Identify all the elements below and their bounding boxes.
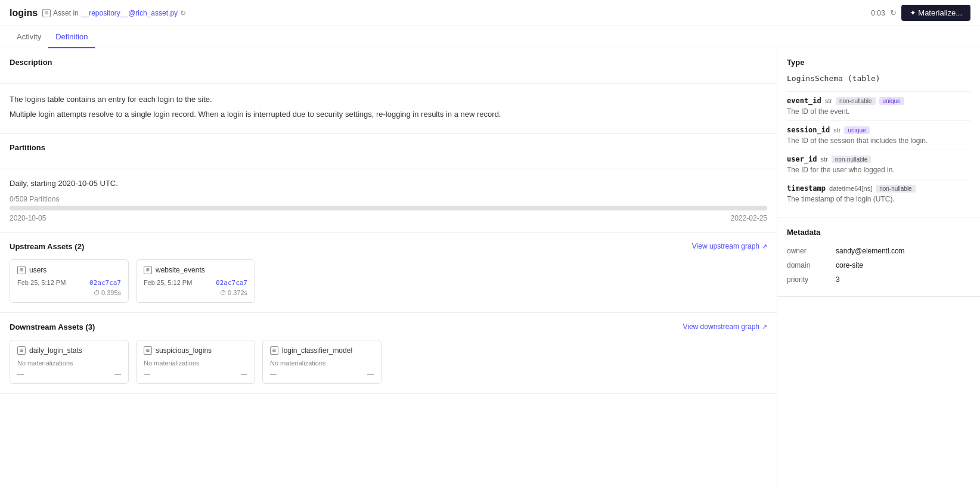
metadata-row-2: priority 3 [787,272,970,287]
field-header-3: timestamp datetime64[ns] non-nullable [787,184,970,193]
upstream-asset-time-0: ⏱ 0.395s [94,289,121,296]
app-header: logins ⊞ Asset in __repository__@rich_as… [0,0,980,26]
page-title: logins [10,8,38,18]
partitions-section: Partitions [0,134,777,169]
field-desc-3: The timestamp of the login (UTC). [787,195,970,203]
view-upstream-graph-link[interactable]: View upstream graph ↗ [692,242,767,250]
downstream-dashes-2: — — [270,370,374,377]
field-row-1: session_id str unique The ID of the sess… [787,120,970,150]
refresh-btn-icon[interactable]: ↻ [890,8,897,17]
upstream-title: Upstream Assets (2) [10,242,84,251]
field-desc-1: The ID of the session that includes the … [787,137,970,145]
upstream-asset-time-row-1: ⏱ 0.372s [144,289,247,296]
upstream-asset-cards: ⊞ users Feb 25, 5:12 PM 02ac7ca7 ⏱ 0.395… [10,259,767,303]
refresh-icon[interactable]: ↻ [180,9,186,17]
clock-icon-0: ⏱ [94,289,100,296]
progress-bar-wrap [10,206,767,210]
downstream-title: Downstream Assets (3) [10,323,95,331]
field-badge-2-0: non-nullable [832,156,872,163]
upstream-asset-date-1: Feb 25, 5:12 PM [144,279,192,286]
asset-label: Asset in [53,9,79,17]
metadata-rows: owner sandy@elementl.com domain core-sit… [787,244,970,287]
field-row-0: event_id str non-nullable unique The ID … [787,91,970,120]
metadata-title: Metadata [787,228,970,237]
type-schema-name: LoginsSchema (table) [787,74,970,83]
metadata-val-1: core-site [836,261,863,269]
tab-bar: Activity Definition [0,26,980,48]
type-title: Type [787,58,970,67]
field-desc-2: The ID for the user who logged in. [787,166,970,174]
header-left: logins ⊞ Asset in __repository__@rich_as… [10,8,186,18]
table-icon-1: ⊞ [144,266,152,274]
upstream-asset-hash-0: 02ac7ca7 [89,279,121,287]
materialize-button[interactable]: ✦ Materialize... [901,5,970,21]
fields-list: event_id str non-nullable unique The ID … [787,91,970,208]
metadata-section: Metadata owner sandy@elementl.com domain… [777,218,980,297]
downstream-no-mat-1: No materializations [144,359,247,367]
field-name-3: timestamp [787,184,826,193]
field-badge-1-0: unique [844,126,869,134]
field-badge-3-0: non-nullable [876,185,916,193]
right-panel: Type LoginsSchema (table) event_id str n… [777,48,980,491]
field-type-2: str [821,156,828,163]
field-type-1: str [833,126,841,134]
upstream-asset-hash-1: 02ac7ca7 [216,279,247,287]
view-downstream-graph-link[interactable]: View downstream graph ↗ [683,323,767,331]
downstream-dashes-0: — — [17,370,121,377]
upstream-asset-date-0: Feb 25, 5:12 PM [17,279,66,286]
upstream-asset-card-1[interactable]: ⊞ website_events Feb 25, 5:12 PM 02ac7ca… [136,259,255,303]
field-type-3: datetime64[ns] [829,185,872,192]
upstream-asset-name-1: ⊞ website_events [144,266,247,274]
partition-schedule: Daily, starting 2020-10-05 UTC. [10,179,767,188]
metadata-row-1: domain core-site [787,258,970,272]
external-link-icon-2: ↗ [762,323,767,331]
partitions-content: Daily, starting 2020-10-05 UTC. 0/509 Pa… [0,169,777,232]
description-content: The logins table contains an entry for e… [0,84,777,134]
asset-file-link[interactable]: __repository__@rich_asset.py [81,9,178,17]
downstream-dashes-1: — — [144,370,247,377]
upstream-section: Upstream Assets (2) View upstream graph … [0,232,777,313]
metadata-val-2: 3 [836,275,840,284]
partition-count: 0/509 Partitions [10,195,767,203]
table-icon-d1: ⊞ [144,346,152,355]
downstream-no-mat-2: No materializations [270,359,374,367]
upstream-asset-time-row-0: ⏱ 0.395s [17,289,121,296]
upstream-asset-row-1: Feb 25, 5:12 PM 02ac7ca7 [144,279,247,287]
left-panel: Description The logins table contains an… [0,48,777,491]
upstream-asset-card-0[interactable]: ⊞ users Feb 25, 5:12 PM 02ac7ca7 ⏱ 0.395… [10,259,129,303]
external-link-icon: ↗ [762,243,767,250]
upstream-asset-time-1: ⏱ 0.372s [220,289,247,296]
downstream-asset-name-0: ⊞ daily_login_stats [17,346,121,355]
field-name-1: session_id [787,126,830,134]
view-downstream-label: View downstream graph [683,323,759,331]
downstream-header: Downstream Assets (3) View downstream gr… [10,323,767,331]
main-layout: Description The logins table contains an… [0,48,980,491]
field-header-2: user_id str non-nullable [787,155,970,163]
tab-definition[interactable]: Definition [48,26,95,48]
field-header-1: session_id str unique [787,126,970,134]
clock-icon-1: ⏱ [220,289,227,296]
downstream-asset-card-2[interactable]: ⊞ login_classifier_model No materializat… [262,340,382,384]
table-icon-d2: ⊞ [270,346,278,355]
upstream-header: Upstream Assets (2) View upstream graph … [10,242,767,251]
description-line-2: Multiple login attempts resolve to a sin… [10,108,767,121]
upstream-asset-row-0: Feb 25, 5:12 PM 02ac7ca7 [17,279,121,287]
partition-date-start: 2020-10-05 [10,214,46,222]
field-header-0: event_id str non-nullable unique [787,97,970,105]
downstream-asset-card-1[interactable]: ⊞ suspicious_logins No materializations … [136,340,255,384]
field-row-2: user_id str non-nullable The ID for the … [787,150,970,179]
partitions-title: Partitions [10,143,767,152]
downstream-asset-card-0[interactable]: ⊞ daily_login_stats No materializations … [10,340,129,384]
field-type-0: str [825,97,832,104]
view-upstream-label: View upstream graph [692,242,759,250]
downstream-asset-name-2: ⊞ login_classifier_model [270,346,374,355]
downstream-asset-cards: ⊞ daily_login_stats No materializations … [10,340,767,384]
asset-link: ⊞ Asset in __repository__@rich_asset.py … [42,9,186,17]
description-line-1: The logins table contains an entry for e… [10,94,767,106]
field-badge-0-1: unique [879,97,904,105]
downstream-asset-name-1: ⊞ suspicious_logins [144,346,247,355]
table-icon-small: ⊞ [42,9,51,17]
field-row-3: timestamp datetime64[ns] non-nullable Th… [787,179,970,208]
header-right: 0:03 ↻ ✦ Materialize... [871,5,970,21]
tab-activity[interactable]: Activity [10,26,48,48]
